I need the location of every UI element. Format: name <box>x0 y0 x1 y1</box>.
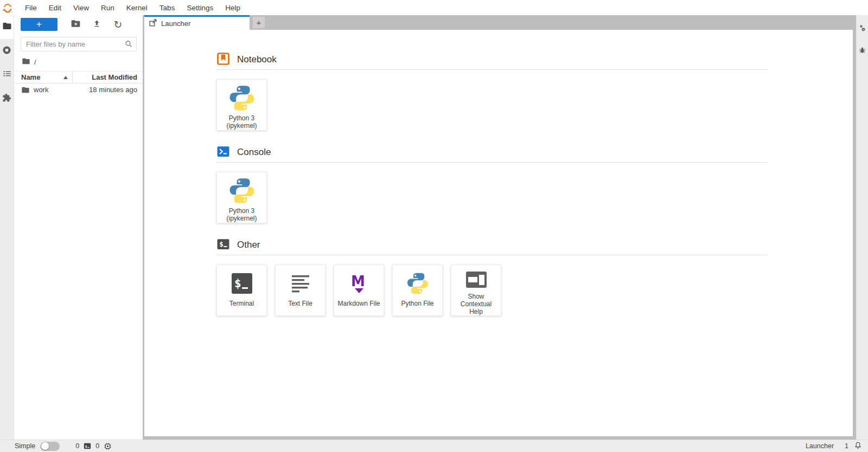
svg-text:$: $ <box>234 277 241 290</box>
file-filter <box>21 37 137 51</box>
launcher-icon <box>149 19 157 28</box>
terminal-icon: $ <box>84 442 91 450</box>
launcher-card-markdown-file[interactable]: M Markdown File <box>334 264 384 316</box>
card-label: Markdown File <box>335 300 382 307</box>
main-dock-panel: Launcher + Notebook <box>143 15 856 440</box>
card-label: Show Contextual Help <box>451 293 501 315</box>
status-bar: Simple 0 $ 0 Launcher 1 <box>0 440 868 452</box>
list-icon <box>2 69 12 81</box>
right-sidebar <box>856 15 868 440</box>
folder-icon <box>21 86 30 94</box>
launcher-card-python-file[interactable]: Python File <box>392 264 443 316</box>
svg-text:$: $ <box>85 444 87 449</box>
bug-icon <box>858 46 866 56</box>
upload-icon <box>92 19 101 30</box>
file-name: work <box>34 86 48 94</box>
new-folder-icon <box>71 18 81 30</box>
left-sidebar <box>0 15 14 440</box>
menu-tabs[interactable]: Tabs <box>154 1 181 15</box>
terminal-icon: $ <box>231 268 253 298</box>
column-header-name[interactable]: Name <box>21 73 72 81</box>
section-title: Other <box>237 240 260 250</box>
tab-label: Launcher <box>161 20 190 28</box>
menu-kernel[interactable]: Kernel <box>120 1 154 15</box>
new-launcher-button[interactable]: + <box>21 18 58 31</box>
notifications-count[interactable]: 1 <box>845 442 848 450</box>
svg-text:M: M <box>351 273 365 289</box>
section-divider <box>216 255 768 255</box>
sidebar-tab-debugger[interactable] <box>857 40 868 62</box>
stop-circle-icon <box>2 45 12 57</box>
launcher-card-show-contextual-help[interactable]: Show Contextual Help <box>451 264 501 316</box>
text-file-icon <box>290 268 311 298</box>
puzzle-icon <box>2 93 11 105</box>
file-last-modified: 18 minutes ago <box>89 86 137 94</box>
filter-files-input[interactable] <box>21 37 137 51</box>
markdown-icon: M <box>348 268 370 298</box>
main-tab-bar: Launcher + <box>143 15 856 30</box>
toggle-knob <box>41 442 49 450</box>
gears-icon <box>858 24 867 35</box>
launcher-card-terminal[interactable]: $ Terminal <box>216 264 267 316</box>
file-browser-panel: + ↻ <box>15 15 143 440</box>
search-icon <box>124 39 133 51</box>
bell-icon[interactable] <box>853 441 863 451</box>
upload-button[interactable] <box>86 18 107 31</box>
card-label: Python File <box>399 300 436 307</box>
launcher-card-text-file[interactable]: Text File <box>275 264 326 316</box>
python-logo-icon <box>228 83 256 113</box>
new-tab-button[interactable]: + <box>252 16 265 29</box>
menu-edit[interactable]: Edit <box>43 1 67 15</box>
home-folder-icon[interactable] <box>22 57 30 67</box>
card-label: Terminal <box>227 300 256 307</box>
launcher-card-console-python3[interactable]: Python 3 (ipykernel) <box>216 172 267 223</box>
file-browser-toolbar: + ↻ <box>15 15 143 31</box>
simple-mode-label: Simple <box>15 442 35 450</box>
menu-help[interactable]: Help <box>219 1 246 15</box>
launcher-panel: Notebook <box>144 30 853 436</box>
menu-run[interactable]: Run <box>95 1 120 15</box>
section-title: Notebook <box>237 54 277 65</box>
contextual-help-icon <box>465 268 487 291</box>
menu-file[interactable]: File <box>19 1 43 15</box>
card-label: Python 3 (ipykernel) <box>217 207 266 222</box>
jupyter-logo-icon <box>2 2 14 14</box>
card-label: Python 3 (ipykernel) <box>217 114 266 130</box>
simple-mode-toggle[interactable] <box>40 442 60 451</box>
new-folder-button[interactable] <box>65 18 86 31</box>
menu-settings[interactable]: Settings <box>181 1 219 15</box>
current-activity-label: Launcher <box>806 442 834 450</box>
console-icon <box>216 145 230 160</box>
launcher-section-console: Console <box>216 146 768 223</box>
notebook-icon <box>216 52 230 68</box>
menu-bar: File Edit View Run Kernel Tabs Settings … <box>0 0 868 15</box>
launcher-section-other: $ Other $ <box>216 238 768 316</box>
breadcrumb: / <box>15 51 143 71</box>
name-column-label: Name <box>21 73 40 81</box>
workspace: + ↻ <box>0 15 868 440</box>
breadcrumb-root[interactable]: / <box>34 58 36 66</box>
sidebar-tab-extension-manager[interactable] <box>0 87 14 111</box>
kernels-count: 0 <box>95 442 99 450</box>
python-logo-icon <box>228 176 256 205</box>
sidebar-tab-file-browser[interactable] <box>0 15 14 39</box>
launcher-section-notebook: Notebook <box>216 53 768 131</box>
column-header-last-modified[interactable]: Last Modified <box>73 73 137 81</box>
running-sessions-status[interactable]: 0 $ 0 <box>73 442 114 450</box>
terminals-count: 0 <box>75 442 79 450</box>
tab-launcher[interactable]: Launcher <box>144 15 250 30</box>
sidebar-tab-running-sessions[interactable] <box>0 39 14 63</box>
sidebar-tab-property-inspector[interactable] <box>857 18 868 40</box>
card-label: Text File <box>286 300 315 307</box>
launcher-card-notebook-python3[interactable]: Python 3 (ipykernel) <box>216 79 267 131</box>
kernel-icon <box>104 442 112 450</box>
section-divider <box>216 69 768 70</box>
sort-ascending-icon <box>63 76 68 79</box>
terminal-icon: $ <box>216 237 230 253</box>
menu-view[interactable]: View <box>67 1 95 15</box>
file-row-work[interactable]: work 18 minutes ago <box>15 83 143 96</box>
sidebar-tab-table-of-contents[interactable] <box>0 63 14 87</box>
refresh-button[interactable]: ↻ <box>107 18 129 31</box>
refresh-icon: ↻ <box>114 20 123 30</box>
file-list-header: Name Last Modified <box>15 71 143 83</box>
